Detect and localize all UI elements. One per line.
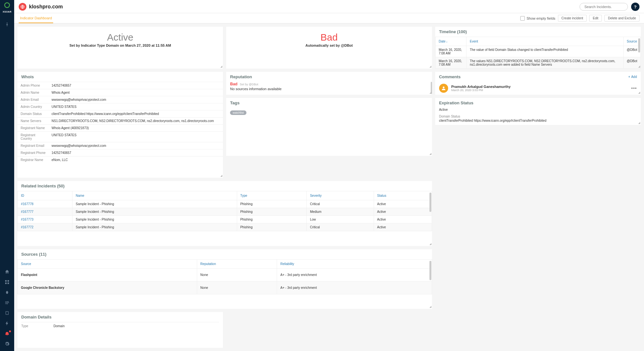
- whois-label: Admin Name: [17, 90, 50, 95]
- comment-menu-icon[interactable]: •••: [631, 86, 637, 91]
- status-active-subtitle: Set by Indicator Type Domain on March 27…: [21, 43, 220, 47]
- incident-link[interactable]: #167773: [21, 218, 34, 221]
- secondbar: Indicator Dashboard Show empty fields Cr…: [14, 13, 644, 24]
- whois-value: wwswvwgq@whoisprivacyprotect.com: [50, 97, 223, 102]
- whois-value: NS1.DIRECTORYROOTS.COM, NS2.DIRECTORYROO…: [50, 119, 223, 123]
- avatar: [439, 84, 448, 93]
- resize-handle[interactable]: [638, 65, 640, 68]
- table-row[interactable]: #167777Sample Incident - PhishingPhishin…: [18, 208, 432, 216]
- comments-panel: Comments + Add Pramukh Arkalgud Ganesham…: [435, 72, 641, 95]
- whois-value: UNITED STATES: [50, 104, 223, 109]
- th-type[interactable]: Type: [237, 191, 307, 200]
- status-active-title: Active: [21, 32, 220, 43]
- resize-handle[interactable]: [429, 305, 431, 308]
- resize-handle[interactable]: [429, 152, 431, 155]
- add-comment-button[interactable]: + Add: [628, 75, 637, 79]
- gear-icon[interactable]: [5, 341, 10, 346]
- table-row[interactable]: FlashpointNoneA+ - 3rd party enrichment: [18, 268, 432, 281]
- svg-rect-4: [5, 282, 7, 284]
- edit-button[interactable]: Edit: [589, 15, 602, 22]
- page-title: kloshpro.com: [29, 4, 63, 10]
- table-row[interactable]: Google Chronicle BackstoryNoneA+ - 3rd p…: [18, 281, 432, 294]
- help-button[interactable]: ?: [631, 3, 639, 11]
- whois-row: Admin CountryUNITED STATES: [17, 103, 223, 110]
- whois-row: Admin Phone14252740657: [17, 82, 223, 89]
- status-bad-panel: Bad Automatically set by @DBot: [226, 27, 432, 69]
- home-icon[interactable]: [5, 269, 10, 274]
- delete-exclude-button[interactable]: Delete and Exclude: [604, 15, 639, 22]
- svg-point-7: [7, 303, 8, 304]
- alert-icon[interactable]: [5, 331, 10, 336]
- th-source[interactable]: Source: [18, 259, 197, 268]
- reputation-setby: Set by @DBot: [240, 83, 258, 86]
- bolt-icon[interactable]: [5, 321, 10, 326]
- whois-label: Domain Status: [17, 111, 50, 116]
- expiration-panel: Expiration Status Active Domain Status c…: [435, 98, 641, 125]
- sliders-icon[interactable]: [5, 300, 10, 305]
- table-row[interactable]: #167778Sample Incident - PhishingPhishin…: [18, 200, 432, 208]
- tags-panel: Tags watchlist: [226, 98, 432, 156]
- whois-label: Registrar Name: [17, 157, 50, 162]
- th-name[interactable]: Name: [72, 191, 237, 200]
- incident-link[interactable]: #167772: [21, 225, 34, 229]
- status-active-panel: Active Set by Indicator Type Domain on M…: [17, 27, 223, 69]
- domain-details-header: Domain Details: [17, 312, 223, 322]
- search-input[interactable]: [580, 3, 628, 11]
- whois-row: Registrant NameWhois Agent (400921873): [17, 124, 223, 131]
- comment-date: March 20, 2020 3:03 PM: [451, 89, 511, 92]
- timeline-panel: Timeline (100) Date↓ Event Source March …: [435, 27, 641, 69]
- th-date[interactable]: Date↓: [435, 37, 466, 46]
- tags-header: Tags: [226, 98, 432, 108]
- book-icon[interactable]: [5, 310, 10, 316]
- incident-link[interactable]: #167777: [21, 210, 34, 213]
- resize-handle[interactable]: [429, 65, 431, 68]
- whois-label: Admin Phone: [17, 83, 50, 88]
- status-bad-title: Bad: [229, 32, 428, 43]
- svg-rect-5: [7, 282, 9, 284]
- brand-label: XSOAR: [3, 11, 11, 13]
- show-empty-fields-label: Show empty fields: [527, 16, 555, 20]
- incident-link[interactable]: #167778: [21, 202, 34, 206]
- table-row[interactable]: #167773Sample Incident - PhishingPhishin…: [18, 216, 432, 223]
- comment-author: Pramukh Arkalgud Ganeshamurthy: [451, 85, 511, 89]
- svg-point-9: [443, 87, 444, 88]
- th-severity[interactable]: Severity: [307, 191, 374, 200]
- status-bad-subtitle: Automatically set by @DBot: [229, 43, 428, 47]
- resize-handle[interactable]: [220, 174, 222, 177]
- create-incident-button[interactable]: Create incident: [558, 15, 587, 22]
- whois-label: Name Servers: [17, 119, 50, 123]
- reputation-header: Reputation: [226, 72, 432, 82]
- resize-handle[interactable]: [220, 65, 222, 68]
- whois-row: Registrant CountryUNITED STATES: [17, 131, 223, 142]
- resize-handle[interactable]: [429, 91, 431, 94]
- show-empty-fields-toggle[interactable]: Show empty fields: [520, 16, 555, 21]
- tag-chip[interactable]: watchlist: [230, 110, 246, 115]
- related-incidents-panel: Related Incidents (50) ID Name Type Seve…: [17, 181, 432, 246]
- resize-handle[interactable]: [429, 242, 431, 245]
- table-row[interactable]: March 16, 2020, 7:08 AMThe value of fiel…: [435, 46, 640, 57]
- domain-status-label: Domain Status: [439, 115, 637, 118]
- scrollbar[interactable]: [429, 193, 431, 212]
- table-row[interactable]: #167772Sample Incident - PhishingPhishin…: [18, 223, 432, 231]
- reputation-text: No sources information available: [230, 87, 428, 91]
- apple-icon[interactable]: [5, 290, 10, 295]
- whois-value: eNom, LLC: [50, 157, 223, 162]
- table-row[interactable]: March 16, 2020, 7:08 AMThe values NS1.DI…: [435, 57, 640, 69]
- tab-indicator-dashboard[interactable]: Indicator Dashboard: [19, 14, 53, 23]
- sources-header: Sources (11): [17, 249, 432, 259]
- th-id[interactable]: ID: [18, 191, 72, 200]
- globe-icon: [19, 3, 26, 11]
- xsoar-logo-icon[interactable]: [4, 2, 10, 10]
- th-reputation[interactable]: Reputation: [197, 259, 277, 268]
- th-status[interactable]: Status: [374, 191, 432, 200]
- resize-handle[interactable]: [638, 121, 640, 124]
- pin-icon[interactable]: [5, 22, 10, 27]
- scrollbar[interactable]: [429, 261, 431, 280]
- th-event[interactable]: Event: [466, 37, 623, 46]
- resize-handle[interactable]: [638, 91, 640, 94]
- svg-rect-3: [7, 280, 9, 282]
- plus-icon: +: [628, 75, 630, 79]
- scrollbar[interactable]: [638, 38, 640, 52]
- dashboard-icon[interactable]: [5, 280, 10, 285]
- th-reliability[interactable]: Reliability: [277, 259, 432, 268]
